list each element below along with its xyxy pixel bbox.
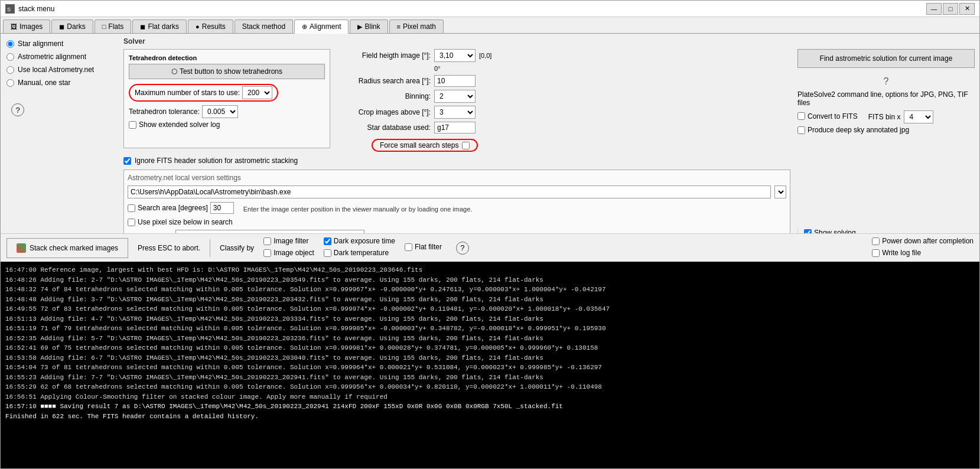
title-bar: S stack menu — □ ✕ <box>1 1 979 17</box>
tolerance-select[interactable]: 0.005 0.01 <box>202 105 238 118</box>
astrometric-alignment-label: Astrometric alignment <box>18 53 86 61</box>
images-icon: 🖼 <box>11 23 17 30</box>
log-line: 16:55:23 Adding file: 7-7 "D:\ASTRO IMAG… <box>5 373 975 383</box>
platesolve-label: PlateSolve2 command line, options for JP… <box>797 90 975 107</box>
convert-fits-label: Convert to FITS <box>808 112 858 120</box>
image-filter-checkbox[interactable] <box>263 237 271 245</box>
tab-flats-label: Flats <box>108 22 123 31</box>
log-line: 16:54:04 73 of 81 tetrahedrons selected … <box>5 363 975 373</box>
astrometry-net-title: Astrometry.net local version settings <box>128 174 786 182</box>
image-object-row: Image object <box>263 249 314 257</box>
astrometry-path-input[interactable] <box>128 185 771 198</box>
tetrahedron-box: Tetrahedron detection ⬡ Test button to s… <box>123 49 330 148</box>
astrometric-alignment-radio[interactable] <box>6 53 14 61</box>
max-stars-label: Maximum number of stars to use: <box>135 89 240 97</box>
find-astrometric-button[interactable]: Find astrometric solution for current im… <box>797 49 975 68</box>
radius-input[interactable] <box>434 75 476 87</box>
field-height-select[interactable]: 3,10 <box>434 49 476 62</box>
tab-flats[interactable]: □ Flats <box>95 19 132 33</box>
astrometry-help-button[interactable]: ? <box>797 76 975 87</box>
local-astrometry-radio[interactable] <box>6 66 14 74</box>
minimize-button[interactable]: — <box>926 3 942 15</box>
fields-col: Field heigth image [°]: 3,10 [0,0] 0° <box>336 49 790 152</box>
write-log-label: Write log file <box>882 249 921 257</box>
local-astrometry-option[interactable]: Use local Astrometry.net <box>6 66 113 74</box>
tab-alignment[interactable]: ⊕ Alignment <box>294 19 349 34</box>
crop-select[interactable]: 3 5 <box>434 106 476 119</box>
star-alignment-radio[interactable] <box>6 40 14 48</box>
radius-label: Radius search area [°]: <box>336 77 431 85</box>
app-icon: S <box>5 4 15 14</box>
convert-fits-checkbox[interactable] <box>797 112 805 120</box>
path-dropdown[interactable]: ▼ <box>774 185 786 198</box>
star-alignment-option[interactable]: Star alignment <box>6 40 113 48</box>
force-small-circled: Force small search steps <box>372 139 478 152</box>
show-log-checkbox[interactable] <box>129 121 136 129</box>
force-small-checkbox[interactable] <box>462 142 470 149</box>
flat-filter-checkbox[interactable] <box>405 243 412 251</box>
field-height-label: Field heigth image [°]: <box>336 51 431 60</box>
search-area-input[interactable] <box>210 202 234 214</box>
manual-one-star-option[interactable]: Manual, one star <box>6 79 113 87</box>
close-button[interactable]: ✕ <box>959 3 975 15</box>
classify-section: Classify by Image filter Image object Da… <box>220 237 469 259</box>
astrometric-alignment-option[interactable]: Astrometric alignment <box>6 53 113 61</box>
write-log-row: Write log file <box>872 249 974 257</box>
tab-pixel-math-label: Pixel math <box>403 22 436 31</box>
tab-results[interactable]: ● Results <box>188 19 233 33</box>
search-area-checkbox-row: Search area [degrees] <box>128 202 234 214</box>
tab-pixel-math[interactable]: ≡ Pixel math <box>389 19 444 33</box>
window-title: stack menu <box>18 5 54 13</box>
fits-bin-label: FITS bin x <box>868 113 901 121</box>
tab-flat-darks[interactable]: ◼ Flat darks <box>132 19 187 33</box>
ignore-fits-checkbox[interactable] <box>123 157 131 165</box>
test-tetrahedrons-button[interactable]: ⬡ Test button to show tetrahedrons <box>129 64 325 79</box>
title-bar-left: S stack menu <box>5 4 54 14</box>
log-line: 16:52:35 Adding file: 5-7 "D:\ASTRO IMAG… <box>5 334 975 344</box>
degrees-row: 0° <box>336 65 790 72</box>
tab-darks[interactable]: ◼ Darks <box>51 19 93 33</box>
tab-images-label: Images <box>19 22 43 31</box>
flat-filter-label: Flat filter <box>415 243 442 251</box>
star-db-row: Star database used: <box>336 122 790 133</box>
star-db-input[interactable] <box>434 122 476 133</box>
tab-blink[interactable]: ▶ Blink <box>350 19 388 33</box>
image-object-checkbox[interactable] <box>263 249 271 257</box>
tab-images[interactable]: 🖼 Images <box>3 19 50 33</box>
crop-row: Crop images above [°]: 3 5 <box>336 106 790 119</box>
stack-button[interactable]: Stack check marked images <box>6 238 128 258</box>
show-solving-checkbox[interactable] <box>804 229 812 234</box>
binning-label: Binning: <box>336 92 431 100</box>
left-help-button[interactable]: ? <box>11 103 24 116</box>
classify-col-2: Dark exposure time Dark temperature <box>324 237 395 259</box>
log-line: 16:48:32 74 of 84 tetrahedrons selected … <box>5 285 975 295</box>
manual-one-star-radio[interactable] <box>6 79 14 87</box>
classify-col-1: Image filter Image object <box>263 237 314 259</box>
bottom-bar: Stack check marked images Press ESC to a… <box>1 233 979 262</box>
binning-select[interactable]: 2 1 3 <box>434 90 476 103</box>
astrometry-right-col: Find astrometric solution for current im… <box>797 49 975 233</box>
dark-temperature-checkbox[interactable] <box>324 249 331 257</box>
produce-jpg-checkbox[interactable] <box>797 126 805 134</box>
content-area: Star alignment Astrometric alignment Use… <box>1 34 979 233</box>
power-down-checkbox[interactable] <box>872 237 880 245</box>
classify-by-label: Classify by <box>220 244 254 252</box>
log-line: 16:51:19 71 of 79 tetrahedrons selected … <box>5 324 975 334</box>
tab-alignment-label: Alignment <box>310 22 341 31</box>
write-log-checkbox[interactable] <box>872 249 880 257</box>
pixel-math-icon: ≡ <box>397 23 401 30</box>
fits-bin-select[interactable]: 4 2 8 <box>904 110 933 123</box>
separator-1 <box>210 239 210 257</box>
field-group: Field heigth image [°]: 3,10 [0,0] 0° <box>336 49 790 152</box>
classify-help-button[interactable]: ? <box>456 242 469 255</box>
use-pixel-checkbox[interactable] <box>128 219 135 226</box>
max-stars-select[interactable]: 200 100 300 <box>242 86 272 99</box>
maximize-button[interactable]: □ <box>943 3 958 15</box>
log-area[interactable]: 16:47:00 Reference image, largest with b… <box>1 262 979 468</box>
dark-temperature-row: Dark temperature <box>324 249 395 257</box>
solver-section-label: Solver <box>123 37 975 45</box>
use-pixel-row: Use pixel size below in search <box>128 218 786 226</box>
tab-stack-method[interactable]: Stack method <box>235 19 293 33</box>
search-area-checkbox[interactable] <box>128 204 135 212</box>
dark-exposure-checkbox[interactable] <box>324 237 331 245</box>
